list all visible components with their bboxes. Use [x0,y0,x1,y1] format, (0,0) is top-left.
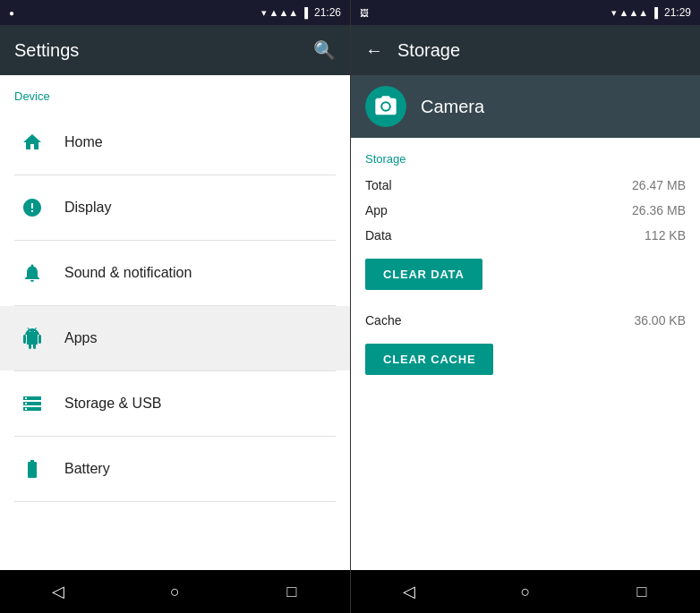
settings-title: Settings [14,40,79,61]
settings-item-storage[interactable]: Storage & USB [0,371,350,436]
right-status-bar: 🖼 ▾ ▲▲▲ ▐ 21:29 [351,0,700,25]
left-home-button[interactable]: ○ [153,570,196,613]
display-label: Display [64,200,111,216]
right-status-left: 🖼 [360,8,369,18]
sound-label: Sound & notification [64,265,192,281]
status-bar-right-icons: ▾ ▲▲▲ ▐ 21:26 [261,6,342,19]
status-bar-left-icons: ● [9,8,14,18]
battery-icon: ▐ [301,7,308,18]
camera-app-name: Camera [421,97,484,117]
left-nav-bar: ◁ ○ □ [0,570,350,613]
right-signal-icon: ▲▲▲ [619,7,649,18]
sound-icon [14,255,50,291]
storage-title: Storage [397,40,460,61]
battery-label: Battery [64,461,110,477]
storage-row-app: App 26.36 MB [365,198,686,223]
display-icon [14,190,50,226]
image-icon: 🖼 [360,8,369,18]
settings-list: Device Home Display Sound & notification [0,75,350,570]
storage-section-label: Storage [365,152,686,166]
clear-cache-button[interactable]: CLEAR CACHE [365,344,493,375]
total-label: Total [365,178,392,192]
right-back-button[interactable]: ◁ [388,570,431,613]
left-recent-button[interactable]: □ [270,570,313,613]
search-icon[interactable]: 🔍 [313,39,336,61]
right-battery-icon: ▐ [651,7,658,18]
back-button[interactable]: ← [365,40,383,61]
settings-item-sound[interactable]: Sound & notification [0,241,350,305]
right-home-button[interactable]: ○ [504,570,547,613]
storage-usb-label: Storage & USB [64,396,162,412]
home-icon [14,124,50,160]
cache-section: Cache 36.00 KB CLEAR CACHE [365,308,686,386]
right-recent-button[interactable]: □ [620,570,663,613]
right-nav-bar: ◁ ○ □ [351,570,700,613]
storage-content: Storage Total 26.47 MB App 26.36 MB Data… [351,138,700,570]
device-section-label: Device [0,75,350,110]
left-app-bar: Settings 🔍 [0,25,350,75]
storage-row-total: Total 26.47 MB [365,173,686,198]
right-panel: 🖼 ▾ ▲▲▲ ▐ 21:29 ← Storage Camera Storage… [350,0,700,613]
storage-icon [14,386,50,421]
battery-settings-icon [14,451,50,487]
cache-value: 36.00 KB [634,313,686,328]
settings-item-apps[interactable]: Apps [0,306,350,370]
right-app-bar: ← Storage [351,25,700,75]
camera-app-icon [365,86,406,127]
right-wifi-icon: ▾ [611,7,617,19]
settings-item-display[interactable]: Display [0,175,350,240]
app-label: App [365,203,388,217]
right-time: 21:29 [664,6,691,19]
left-status-bar: ● ▾ ▲▲▲ ▐ 21:26 [0,0,350,25]
divider-battery [14,501,336,502]
left-time: 21:26 [314,6,341,19]
storage-row-data: Data 112 KB [365,223,686,248]
home-label: Home [64,134,103,150]
right-status-right: ▾ ▲▲▲ ▐ 21:29 [611,6,692,19]
camera-app-header: Camera [351,75,700,138]
settings-item-battery[interactable]: Battery [0,437,350,501]
storage-row-cache: Cache 36.00 KB [365,308,686,333]
settings-item-home[interactable]: Home [0,110,350,175]
app-value: 26.36 MB [632,203,686,217]
wifi-icon: ▾ [261,7,267,19]
clear-data-button[interactable]: CLEAR DATA [365,259,482,290]
left-panel: ● ▾ ▲▲▲ ▐ 21:26 Settings 🔍 Device Home [0,0,350,613]
cache-label: Cache [365,313,401,328]
apps-label: Apps [64,330,97,346]
left-back-button[interactable]: ◁ [37,570,80,613]
total-value: 26.47 MB [632,178,686,192]
signal-icon: ▲▲▲ [269,7,299,18]
apps-icon [14,320,50,356]
data-label: Data [365,228,392,243]
data-value: 112 KB [645,228,686,243]
notification-icon: ● [9,8,14,18]
